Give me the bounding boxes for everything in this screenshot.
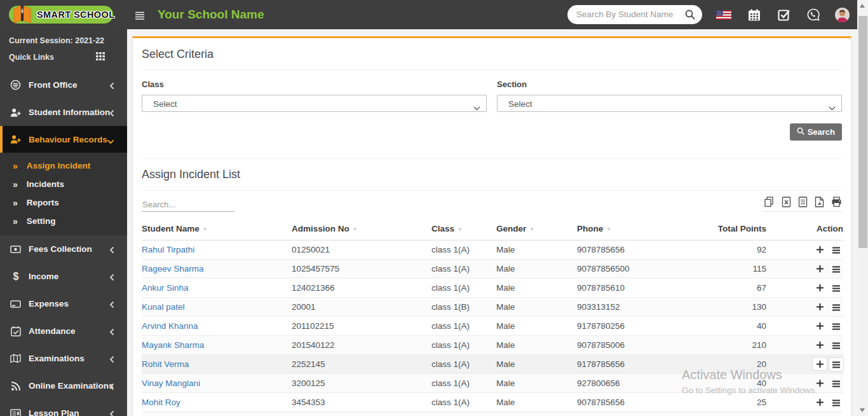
excel-icon[interactable] [782, 197, 791, 207]
chevron-left-icon [109, 300, 114, 311]
col-header-admission-no[interactable]: Admission No▼ [292, 218, 431, 240]
user-avatar[interactable] [835, 0, 850, 29]
add-incident-button[interactable] [813, 357, 827, 370]
header-search-input[interactable] [576, 6, 681, 23]
action-cell [766, 412, 843, 416]
front-office-icon [10, 80, 21, 90]
student-name-cell: Ankur Sinha [142, 279, 292, 298]
row-actions-menu-button[interactable] [829, 396, 843, 409]
row-actions-menu-button[interactable] [829, 282, 843, 295]
col-header-phone[interactable]: Phone▼ [577, 218, 672, 240]
student-name-link[interactable]: Vinay Manglani [142, 378, 200, 388]
student-name-cell: Kunal patel [142, 298, 292, 317]
sidebar-item-income[interactable]: $ Income [0, 263, 127, 290]
submenu-item-incidents[interactable]: » Incidents [0, 175, 127, 193]
sidebar-item-front-office[interactable]: Front Office [0, 71, 127, 99]
row-actions-menu-button[interactable] [829, 320, 843, 333]
add-incident-button[interactable] [813, 338, 827, 351]
quick-links[interactable]: Quick Links [9, 52, 118, 63]
print-icon[interactable] [831, 197, 842, 207]
row-actions-menu-button[interactable] [829, 377, 843, 390]
student-name-link[interactable]: Mayank Sharma [142, 340, 204, 350]
sidebar-item-expenses[interactable]: Expenses [0, 290, 127, 317]
section-select[interactable]: Select [497, 95, 842, 112]
sort-caret-icon: ▼ [529, 226, 534, 232]
submenu-item-reports[interactable]: » Reports [0, 193, 127, 212]
chevron-left-icon [109, 272, 114, 284]
student-name-cell: Rohit Verma [142, 355, 292, 374]
search-icon[interactable] [685, 10, 695, 22]
class-cell: class 1(A) [431, 279, 496, 298]
add-incident-button[interactable] [813, 243, 827, 256]
student-name-link[interactable]: Rahul Tirpathi [142, 245, 194, 254]
scroll-down-arrow[interactable] [860, 408, 865, 412]
sort-caret-icon: ▼ [203, 226, 208, 232]
sidebar-item-behaviour-records[interactable]: Behaviour Records [0, 126, 127, 153]
sidebar-item-examinations[interactable]: Examinations [0, 345, 127, 372]
pdf-icon[interactable] [815, 197, 824, 207]
action-cell [766, 298, 843, 317]
action-cell [766, 240, 843, 260]
row-actions-menu-button[interactable] [829, 358, 843, 371]
class-cell: class 1(A) [431, 240, 496, 260]
csv-icon[interactable] [798, 197, 808, 207]
gender-cell: Male [496, 298, 577, 317]
search-button[interactable]: Search [790, 123, 842, 141]
class-cell: class 1(A) [431, 336, 496, 355]
total-points-cell: 20 [672, 355, 766, 374]
admission-no-cell: 3454353 [292, 393, 431, 412]
table-row: Rageev Sharma1025457575class 1(A)Male907… [142, 260, 843, 279]
student-name-link[interactable]: Rohit Verma [142, 359, 189, 369]
copy-icon[interactable] [764, 197, 775, 207]
submenu-item-setting[interactable]: » Setting [0, 212, 127, 230]
add-incident-button[interactable] [813, 319, 827, 332]
calendar-icon[interactable] [748, 0, 761, 29]
gender-cell: Male [496, 355, 577, 374]
submenu-item-assign-incident[interactable]: » Assign Incident [0, 156, 127, 175]
content-card: Select Criteria Class Select Section Sel… [132, 36, 851, 416]
row-actions-menu-button[interactable] [829, 244, 843, 256]
table-search-input[interactable] [142, 198, 234, 212]
sidebar-toggle-icon[interactable] [135, 11, 145, 22]
col-header-student-name[interactable]: Student Name▼ [142, 218, 292, 240]
todo-check-icon[interactable] [778, 0, 790, 29]
sidebar-item-student-information[interactable]: Student Information [0, 99, 127, 126]
student-name-link[interactable]: Mohit Roy [142, 398, 180, 407]
add-incident-button[interactable] [813, 300, 827, 313]
student-name-link[interactable]: Ankur Sinha [142, 283, 189, 293]
svg-text:$: $ [13, 271, 18, 282]
student-name-link[interactable]: Kunal patel [142, 302, 185, 312]
col-header-class[interactable]: Class▼ [431, 218, 496, 240]
quick-links-grid-icon[interactable] [96, 52, 105, 63]
class-select[interactable]: Select [142, 95, 487, 112]
chevron-left-icon [109, 382, 114, 393]
scrollbar-thumb[interactable] [858, 16, 867, 248]
chevron-down-icon [473, 102, 480, 113]
double-angle-icon: » [13, 161, 18, 171]
class-cell: class 1(A) [431, 393, 496, 412]
app-logo[interactable]: SMART SCHOOL [0, 0, 127, 29]
class-cell: class 1(A) [431, 355, 496, 374]
sidebar-item-lesson-plan[interactable]: Lesson Plan [0, 399, 127, 416]
sidebar-item-fees-collection[interactable]: Fees Collection [0, 235, 127, 263]
whatsapp-icon[interactable] [807, 0, 820, 29]
phone-cell: 9078785656 [577, 240, 672, 260]
scroll-up-arrow[interactable] [860, 4, 865, 8]
fees-collection-icon [10, 245, 21, 254]
sidebar-item-online-examinations[interactable]: Online Examinations [0, 372, 127, 399]
row-actions-menu-button[interactable] [829, 301, 843, 314]
add-incident-button[interactable] [813, 262, 827, 275]
student-name-link[interactable]: Rageev Sharma [142, 264, 204, 274]
sidebar-item-attendance[interactable]: Attendance [0, 317, 127, 345]
col-header-gender[interactable]: Gender▼ [496, 218, 577, 240]
add-incident-button[interactable] [813, 281, 827, 294]
add-incident-button[interactable] [813, 377, 827, 389]
vertical-scrollbar[interactable] [857, 0, 868, 416]
total-points-cell: 40 [672, 317, 766, 336]
language-flag-icon[interactable] [716, 0, 731, 29]
add-incident-button[interactable] [813, 396, 827, 408]
row-actions-menu-button[interactable] [829, 339, 843, 352]
student-name-link[interactable]: Arvind Khanna [142, 321, 198, 331]
row-actions-menu-button[interactable] [829, 263, 843, 275]
col-header-total-points[interactable]: Total Points [672, 218, 766, 240]
